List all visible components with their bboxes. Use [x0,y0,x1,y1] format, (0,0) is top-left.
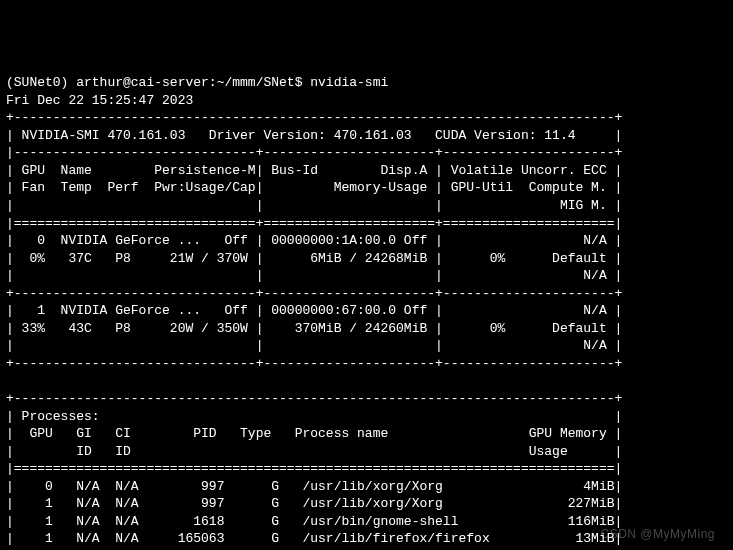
proc-title: | Processes: | [6,409,622,424]
header-line: | NVIDIA-SMI 470.161.03 Driver Version: … [6,128,622,143]
border-bottom: +-------------------------------+-------… [6,356,622,371]
shell-prompt: (SUNet0) arthur@cai-server:~/mmm/SNet$ [6,75,310,90]
border-top2: +---------------------------------------… [6,391,622,406]
timestamp: Fri Dec 22 15:25:47 2023 [6,93,193,108]
border-sep: |-------------------------------+-------… [6,145,622,160]
col-hdr-2: | Fan Temp Perf Pwr:Usage/Cap| Memory-Us… [6,180,622,195]
col-hdr-3: | | | MIG M. | [6,198,622,213]
terminal-output: (SUNet0) arthur@cai-server:~/mmm/SNet$ n… [6,75,622,550]
proc-hdr-2: | ID ID Usage | [6,444,622,459]
command-text[interactable]: nvidia-smi [310,75,388,90]
watermark-text: CSDN @MyMyMing [600,526,715,542]
border-eq2: |=======================================… [6,461,622,476]
spacer [6,373,622,388]
border-eq: |===============================+=======… [6,216,622,231]
border-top: +---------------------------------------… [6,110,622,125]
process-rows: | 0 N/A N/A 997 G /usr/lib/xorg/Xorg 4Mi… [6,479,622,550]
gpu-rows: | 0 NVIDIA GeForce ... Off | 00000000:1A… [6,233,622,353]
col-hdr-1: | GPU Name Persistence-M| Bus-Id Disp.A … [6,163,622,178]
proc-hdr-1: | GPU GI CI PID Type Process name GPU Me… [6,426,622,441]
